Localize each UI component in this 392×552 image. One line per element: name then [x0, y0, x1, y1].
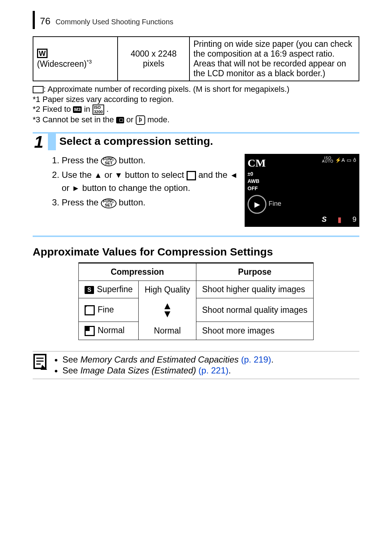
link-p221[interactable]: (p. 221) [196, 365, 228, 375]
quality-arrows-icon: ▲▼ [144, 302, 190, 318]
footnote-2: *2 Fixed to M3 in ISO3200 . [33, 104, 359, 115]
see-also-list: See Memory Cards and Estimated Capacitie… [54, 354, 274, 376]
pixel-rect-icon [33, 86, 44, 93]
r2-label: Fine [98, 305, 114, 314]
superfine-icon: S [85, 286, 94, 294]
step-1: 1 Select a compression setting. [33, 134, 359, 150]
fn3-b: or [126, 115, 136, 124]
s11b: button. [119, 155, 145, 165]
sa2d: . [229, 365, 231, 375]
ct-h2: Purpose [196, 263, 313, 281]
up-arrow-icon: ▲ [94, 171, 102, 180]
lcd-top-icons: ISOAUTO ⚡A ▭ ô [322, 157, 356, 163]
link-p219[interactable]: (p. 219) [239, 355, 271, 364]
section-name: Commonly Used Shooting Functions [56, 18, 173, 29]
page-number: 76 [35, 16, 56, 29]
see-also-1: See Memory Cards and Estimated Capacitie… [62, 355, 274, 365]
iso-bot: 3200 [94, 110, 103, 114]
ct-r3-label: Normal [79, 322, 139, 340]
s12c: and the [198, 170, 230, 180]
lcd-cm: CM [248, 157, 266, 169]
section-title: Approximate Values for Compression Setti… [33, 246, 359, 258]
widescreen-noteref: *3 [87, 58, 92, 65]
ct-arrows: ▲▼ [139, 298, 196, 322]
lcd-awb: AWB [248, 178, 356, 185]
lcd-bar-icon: ▮ [338, 215, 342, 224]
normal-icon [85, 326, 95, 336]
step-number: 1 [33, 134, 48, 150]
s13b: button. [119, 197, 145, 207]
m3-icon: M3 [73, 106, 82, 113]
compression-select-icon [187, 171, 196, 180]
lcd-count: 9 [352, 215, 356, 224]
lcd-bottom-icons: S ▮ 9 [322, 215, 356, 224]
footnote-pixels-text: : Approximate number of recording pixels… [44, 85, 289, 94]
widescreen-w-icon: W [37, 49, 48, 58]
func-text2: FUNC [103, 199, 114, 203]
ct-r3-q: Normal [139, 322, 196, 340]
lcd-timer-icon: ô [353, 157, 356, 163]
step-1-1: Press the FUNCSET button. [62, 154, 239, 167]
easy-mode-icon [116, 117, 124, 123]
widescreen-table: W (Widescreen)*3 4000 x 2248 pixels Prin… [33, 36, 359, 81]
s13a: Press the [62, 197, 101, 207]
s12b: button to select [125, 170, 186, 180]
widescreen-resolution-unit: pixels [143, 59, 164, 68]
right-arrow-icon: ► [72, 184, 80, 193]
table-row: SSuperfine High Quality Shoot higher qua… [79, 281, 314, 298]
step-1-3: Press the FUNCSET button. [62, 196, 239, 209]
lcd-dial-icon: ▶ [248, 195, 266, 214]
table-row: Normal Normal Shoot more images [79, 322, 314, 340]
widescreen-cell-label: W (Widescreen)*3 [33, 37, 118, 81]
iso-top: ISO [94, 105, 101, 110]
compression-table: Compression Purpose SSuperfine High Qual… [78, 262, 314, 340]
lcd-off: OFF [248, 185, 356, 192]
ct-h1: Compression [79, 263, 196, 281]
widescreen-label: (Widescreen) [37, 59, 87, 69]
lcd-left: ±0 AWB OFF [248, 171, 356, 192]
step-text: Press the FUNCSET button. Use the ▲ or ▼… [33, 154, 239, 227]
widescreen-cell-res: 4000 x 2248 pixels [118, 37, 189, 81]
set-text: SET [105, 161, 113, 165]
s12d: button to change the option. [82, 183, 190, 193]
down-arrow-icon: ▼ [115, 171, 123, 180]
r3-label: Normal [98, 326, 124, 335]
ct-r1-label: SSuperfine [79, 281, 139, 298]
fn2-c: . [106, 105, 109, 114]
sa1b: Memory Cards and Estimated Capacities [80, 355, 238, 364]
divider-2 [33, 236, 359, 237]
func-set-button-icon-2: FUNCSET [101, 199, 117, 208]
lcd-iso-icon: ISOAUTO [322, 157, 334, 163]
see-also: See Memory Cards and Estimated Capacitie… [33, 351, 359, 379]
table-row: Fine ▲▼ Shoot normal quality images [79, 298, 314, 322]
see-also-2: See Image Data Sizes (Estimated) (p. 221… [62, 365, 274, 376]
widescreen-resolution: 4000 x 2248 [131, 49, 177, 58]
lcd-preview: CM ISOAUTO ⚡A ▭ ô ±0 AWB OFF ▶ Fine [245, 154, 359, 227]
ct-r1-q: High Quality [139, 281, 196, 298]
r1-label: Superfine [97, 285, 132, 294]
step-body: Press the FUNCSET button. Use the ▲ or ▼… [33, 154, 359, 227]
fn2-a: *2 Fixed to [33, 105, 73, 114]
left-arrow-icon: ◄ [230, 171, 238, 180]
memo-icon [33, 354, 47, 373]
fn3-a: *3 Cannot be set in the [33, 115, 116, 124]
footnote-pixels: : Approximate number of recording pixels… [33, 84, 359, 94]
sa2a: See [62, 365, 80, 375]
widescreen-cell-desc: Printing on wide size paper (you can che… [189, 37, 359, 81]
s11a: Press the [62, 155, 101, 165]
footnotes: : Approximate number of recording pixels… [33, 84, 359, 125]
s12or2: or [62, 183, 72, 193]
step-1-2: Use the ▲ or ▼ button to select and the … [62, 168, 239, 195]
func-set-button-icon: FUNCSET [101, 156, 117, 166]
footnote-3: *3 Cannot be set in the or þ mode. [33, 115, 359, 125]
ct-r1-p: Shoot higher quality images [196, 281, 313, 298]
sa1d: . [271, 355, 274, 364]
sa2b: Image Data Sizes (Estimated) [80, 365, 196, 375]
s12a: Use the [62, 170, 94, 180]
s12or1: or [105, 170, 115, 180]
func-text: FUNC [103, 157, 114, 161]
ct-r3-p: Shoot more images [196, 322, 313, 340]
footnote-1: *1 Paper sizes vary according to region. [33, 94, 359, 105]
fn2-b: in [84, 105, 92, 114]
fn3-c: mode. [147, 115, 170, 124]
